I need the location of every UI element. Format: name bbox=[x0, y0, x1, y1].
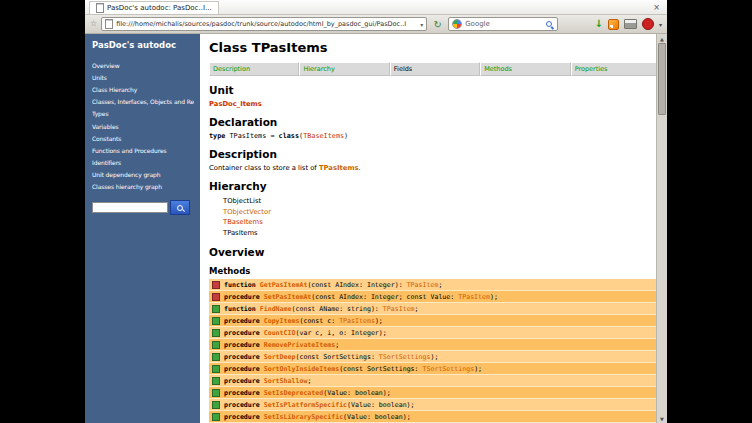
printer-icon[interactable] bbox=[624, 19, 637, 29]
chevron-down-icon[interactable]: ▾ bbox=[659, 21, 662, 28]
method-name-link[interactable]: SetPasItemAt bbox=[264, 293, 312, 301]
class-nav-fields: Fields bbox=[390, 62, 480, 76]
code-text: ); bbox=[430, 353, 438, 361]
sidebar-item[interactable]: Types bbox=[92, 108, 194, 120]
method-name-link[interactable]: CountCIO bbox=[264, 329, 296, 337]
sidebar-item[interactable]: Constants bbox=[92, 132, 194, 144]
method-name-link[interactable]: SetIsLibrarySpecific bbox=[264, 413, 343, 421]
scrollbar-thumb[interactable] bbox=[658, 43, 666, 115]
code-keyword: procedure bbox=[224, 389, 264, 397]
page-title: Class TPasItems bbox=[209, 40, 650, 55]
scrollbar[interactable]: ▲ ▼ bbox=[656, 34, 667, 423]
member-row: procedure SetIsDeprecated(Value: boolean… bbox=[209, 387, 656, 399]
member-declaration: procedure SortShallow; bbox=[224, 377, 311, 385]
member-declaration: procedure SortOnlyInsideItems(const Sort… bbox=[224, 365, 482, 373]
search-bar[interactable]: Google bbox=[448, 17, 558, 31]
tab-bar: PasDoc's autodoc: PasDoc..I... × bbox=[85, 0, 667, 15]
feed-icon[interactable] bbox=[608, 19, 619, 30]
bookmark-icon[interactable]: ☆ bbox=[90, 20, 97, 28]
sidebar-item[interactable]: Unit dependency graph bbox=[92, 169, 194, 181]
sidebar-title: PasDoc's autodoc bbox=[92, 40, 194, 50]
hierarchy-class: TPasItems bbox=[223, 228, 650, 239]
chevron-down-icon[interactable]: ▾ bbox=[420, 21, 423, 28]
member-declaration: procedure CopyItems(const c: TPasItems); bbox=[224, 317, 383, 325]
class-nav: DescriptionHierarchyFieldsMethodsPropert… bbox=[209, 62, 656, 76]
member-declaration: function FindName(const AName: string): … bbox=[224, 305, 419, 313]
search-icon[interactable] bbox=[546, 21, 552, 27]
member-declaration: procedure SortDeep(const SortSettings: T… bbox=[224, 353, 438, 361]
member-row: function GetPasItemAt(const AIndex: Inte… bbox=[209, 279, 656, 291]
method-name-link[interactable]: SetIsPlatformSpecific bbox=[264, 401, 347, 409]
sidebar-item[interactable]: Classes, Interfaces, Objects and Records bbox=[92, 96, 194, 108]
code-text: (const AIndex: Integer; const Value: bbox=[311, 293, 458, 301]
member-row: procedure SetIsPlatformSpecific(Value: b… bbox=[209, 399, 656, 411]
hierarchy-class[interactable]: TObjectVector bbox=[223, 207, 650, 218]
sidebar-item[interactable]: Variables bbox=[92, 120, 194, 132]
code-text: ; bbox=[335, 341, 339, 349]
sidebar-item[interactable]: Functions and Procedures bbox=[92, 144, 194, 156]
method-name-link[interactable]: SortOnlyInsideItems bbox=[264, 365, 339, 373]
class-nav-hierarchy[interactable]: Hierarchy bbox=[299, 62, 389, 76]
public-marker-icon bbox=[212, 389, 220, 397]
member-row: procedure SetPasItemAt(const AIndex: Int… bbox=[209, 291, 656, 303]
method-name-link[interactable]: CopyItems bbox=[264, 317, 300, 325]
type-link[interactable]: TPasItem bbox=[407, 281, 439, 289]
code-keyword: procedure bbox=[224, 365, 264, 373]
member-row: procedure CopyItems(const c: TPasItems); bbox=[209, 315, 656, 327]
sidebar-item[interactable]: Units bbox=[92, 71, 194, 83]
class-link[interactable]: TPasItems bbox=[319, 164, 359, 172]
methods-table: function GetPasItemAt(const AIndex: Inte… bbox=[209, 279, 656, 423]
class-link[interactable]: TBaseItems bbox=[303, 132, 344, 140]
type-link[interactable]: TSortSettings bbox=[423, 365, 475, 373]
member-declaration: procedure SetIsDeprecated(Value: boolean… bbox=[224, 389, 391, 397]
method-name-link[interactable]: SortDeep bbox=[264, 353, 296, 361]
sidebar-item[interactable]: Overview bbox=[92, 59, 194, 71]
browser-tab[interactable]: PasDoc's autodoc: PasDoc..I... bbox=[89, 1, 219, 14]
url-bar[interactable]: file:///home/michalis/sources/pasdoc/tru… bbox=[101, 17, 427, 31]
code-text: ; bbox=[307, 377, 311, 385]
method-name-link[interactable]: RemovePrivateItems bbox=[264, 341, 335, 349]
method-name-link[interactable]: SortShallow bbox=[264, 377, 308, 385]
type-link[interactable]: TSortSettings bbox=[379, 353, 431, 361]
method-name-link[interactable]: FindName bbox=[260, 305, 292, 313]
unit-link[interactable]: PasDoc_Items bbox=[209, 100, 650, 108]
type-link[interactable]: TPasItems bbox=[339, 317, 375, 325]
class-nav-methods[interactable]: Methods bbox=[480, 62, 570, 76]
search-button[interactable] bbox=[170, 200, 190, 215]
code-keyword: procedure bbox=[224, 377, 264, 385]
search-engine-label: Google bbox=[465, 20, 543, 28]
sidebar-item[interactable]: Classes hierarchy graph bbox=[92, 181, 194, 193]
code-text: ); bbox=[474, 365, 482, 373]
search-input[interactable] bbox=[92, 202, 168, 213]
browser-window: PasDoc's autodoc: PasDoc..I... × ☆ file:… bbox=[85, 0, 667, 423]
class-nav-description[interactable]: Description bbox=[209, 62, 299, 76]
member-declaration: procedure SetIsLibrarySpecific(Value: bo… bbox=[224, 413, 411, 421]
reload-icon[interactable]: ↻ bbox=[431, 18, 444, 31]
private-marker-icon bbox=[212, 293, 220, 301]
method-name-link[interactable]: GetPasItemAt bbox=[260, 281, 308, 289]
adblock-icon[interactable] bbox=[642, 18, 654, 30]
code-text: TPasItems = bbox=[229, 132, 278, 140]
code-keyword: procedure bbox=[224, 413, 264, 421]
type-link[interactable]: TPasItem bbox=[383, 305, 415, 313]
close-tab-icon[interactable]: × bbox=[650, 3, 663, 12]
hierarchy-class[interactable]: TBaseItems bbox=[223, 217, 650, 228]
sidebar-item[interactable]: Class Hierarchy bbox=[92, 83, 194, 95]
type-link[interactable]: TPasItem bbox=[458, 293, 490, 301]
member-row: procedure SortOnlyInsideItems(const Sort… bbox=[209, 363, 656, 375]
code-text: (const SortSettings: bbox=[295, 353, 378, 361]
sidebar-item[interactable]: Identifiers bbox=[92, 157, 194, 169]
public-marker-icon bbox=[212, 341, 220, 349]
method-name-link[interactable]: SetIsDeprecated bbox=[264, 389, 324, 397]
page-icon bbox=[105, 19, 113, 29]
code-text: ; bbox=[438, 281, 442, 289]
scroll-up-icon[interactable]: ▲ bbox=[660, 34, 664, 43]
code-keyword: procedure bbox=[224, 401, 264, 409]
scroll-down-icon[interactable]: ▼ bbox=[660, 414, 664, 423]
navigation-toolbar: ☆ file:///home/michalis/sources/pasdoc/t… bbox=[85, 15, 667, 34]
browser-content: PasDoc's autodoc OverviewUnitsClass Hier… bbox=[85, 34, 667, 423]
download-icon[interactable]: ↓ bbox=[595, 19, 603, 29]
section-heading-description: Description bbox=[209, 148, 650, 160]
public-marker-icon bbox=[212, 377, 220, 385]
class-nav-properties[interactable]: Properties bbox=[571, 62, 656, 76]
